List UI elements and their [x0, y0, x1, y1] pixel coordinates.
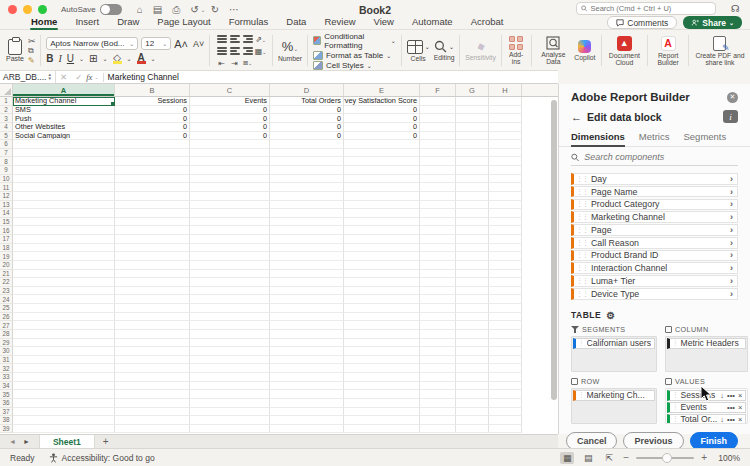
row-header-13[interactable]: 13	[0, 201, 13, 210]
cell-a38[interactable]	[13, 416, 115, 425]
cell-c12[interactable]	[190, 192, 270, 201]
dimension-item-page[interactable]: ⋮⋮Page›	[571, 224, 738, 236]
row-header-24[interactable]: 24	[0, 295, 13, 304]
cell-f9[interactable]	[420, 166, 456, 175]
cell-styles-button[interactable]: Cell Styles⌄	[313, 61, 396, 70]
cell-a27[interactable]	[13, 321, 115, 330]
cell-g8[interactable]	[456, 157, 489, 166]
row-header-32[interactable]: 32	[0, 364, 13, 373]
cell-g28[interactable]	[456, 330, 489, 339]
row-header-33[interactable]: 33	[0, 373, 13, 382]
cell-f12[interactable]	[420, 192, 456, 201]
print-icon[interactable]: ⎙	[172, 4, 180, 16]
more-commands-icon[interactable]: ⋯	[229, 4, 239, 16]
cell-d5[interactable]: 0	[270, 132, 344, 141]
cell-a4[interactable]: Other Websites	[13, 123, 115, 132]
tab-formulas[interactable]: Formulas	[220, 16, 278, 30]
row-header-18[interactable]: 18	[0, 244, 13, 253]
tab-review[interactable]: Review	[315, 16, 364, 30]
remove-icon[interactable]: ×	[738, 391, 742, 400]
create-pdf-button[interactable]: Create PDF and share link	[694, 33, 746, 68]
cell-f16[interactable]	[420, 226, 456, 235]
cell-h25[interactable]	[489, 304, 522, 313]
column-header-g[interactable]: G	[456, 84, 489, 96]
cell-d22[interactable]	[270, 278, 344, 287]
cell-f32[interactable]	[420, 364, 456, 373]
tab-draw[interactable]: Draw	[108, 16, 148, 30]
cell-h1[interactable]	[489, 97, 522, 106]
cell-c5[interactable]: 0	[190, 132, 270, 141]
cell-e9[interactable]	[344, 166, 420, 175]
cell-f13[interactable]	[420, 201, 456, 210]
cell-a25[interactable]	[13, 304, 115, 313]
cell-c38[interactable]	[190, 416, 270, 425]
cell-f29[interactable]	[420, 339, 456, 348]
next-sheet-icon[interactable]: ►	[23, 438, 30, 445]
chip-californian-users[interactable]: ⋮Californian users	[573, 338, 655, 349]
cell-f20[interactable]	[420, 261, 456, 270]
increase-indent-icon[interactable]: ⇥	[231, 59, 238, 68]
cell-g33[interactable]	[456, 373, 489, 382]
cell-c34[interactable]	[190, 382, 270, 391]
cell-g11[interactable]	[456, 183, 489, 192]
font-size-select[interactable]: 12⌄	[141, 37, 171, 50]
align-top-icon[interactable]	[217, 34, 227, 44]
underline-caret-icon[interactable]: ⌄	[79, 55, 84, 62]
cell-g7[interactable]	[456, 149, 489, 158]
dimension-item-marketing-channel[interactable]: ⋮⋮Marketing Channel›	[571, 211, 738, 223]
chevron-right-icon[interactable]: ›	[730, 212, 733, 222]
panel-tab-metrics[interactable]: Metrics	[639, 129, 670, 146]
cell-c8[interactable]	[190, 157, 270, 166]
cell-g17[interactable]	[456, 235, 489, 244]
cell-g19[interactable]	[456, 252, 489, 261]
column-header-e[interactable]: E	[344, 84, 420, 96]
copilot-button[interactable]: Copilot	[574, 33, 595, 68]
cell-h12[interactable]	[489, 192, 522, 201]
cell-f28[interactable]	[420, 330, 456, 339]
cell-f22[interactable]	[420, 278, 456, 287]
cell-a17[interactable]	[13, 235, 115, 244]
cell-e23[interactable]	[344, 287, 420, 296]
row-header-19[interactable]: 19	[0, 252, 13, 261]
cell-c9[interactable]	[190, 166, 270, 175]
cell-d8[interactable]	[270, 157, 344, 166]
cell-d37[interactable]	[270, 408, 344, 417]
cell-g16[interactable]	[456, 226, 489, 235]
minimize-window-button[interactable]	[23, 5, 32, 14]
cell-c7[interactable]	[190, 149, 270, 158]
cell-e13[interactable]	[344, 201, 420, 210]
cell-c25[interactable]	[190, 304, 270, 313]
remove-icon[interactable]: ×	[738, 415, 742, 424]
panel-tab-segments[interactable]: Segments	[683, 129, 726, 146]
cell-d35[interactable]	[270, 390, 344, 399]
cell-d4[interactable]: 0	[270, 123, 344, 132]
cell-c20[interactable]	[190, 261, 270, 270]
row-header-21[interactable]: 21	[0, 270, 13, 279]
format-as-table-button[interactable]: Format as Table⌄	[313, 51, 396, 60]
row-header-9[interactable]: 9	[0, 166, 13, 175]
cell-g20[interactable]	[456, 261, 489, 270]
cell-b13[interactable]	[115, 201, 190, 210]
remove-icon[interactable]: ×	[738, 403, 742, 412]
cell-d1[interactable]: Total Orders	[270, 97, 344, 106]
cell-a37[interactable]	[13, 408, 115, 417]
cell-a19[interactable]	[13, 252, 115, 261]
cell-a31[interactable]	[13, 356, 115, 365]
row-header-30[interactable]: 30	[0, 347, 13, 356]
cell-f6[interactable]	[420, 140, 456, 149]
row-header-2[interactable]: 2	[0, 106, 13, 115]
save-icon[interactable]: ▤	[153, 4, 162, 16]
cell-d6[interactable]	[270, 140, 344, 149]
cell-a33[interactable]	[13, 373, 115, 382]
cell-c26[interactable]	[190, 313, 270, 322]
row-header-22[interactable]: 22	[0, 278, 13, 287]
cell-e27[interactable]	[344, 321, 420, 330]
column-header-d[interactable]: D	[270, 84, 344, 96]
tab-acrobat[interactable]: Acrobat	[462, 16, 513, 30]
cell-h15[interactable]	[489, 218, 522, 227]
cell-e29[interactable]	[344, 339, 420, 348]
row-header-31[interactable]: 31	[0, 356, 13, 365]
dimension-item-interaction-channel[interactable]: ⋮⋮Interaction Channel›	[571, 262, 738, 274]
cell-b27[interactable]	[115, 321, 190, 330]
cells-group[interactable]: ⌄ Cells	[407, 33, 430, 68]
